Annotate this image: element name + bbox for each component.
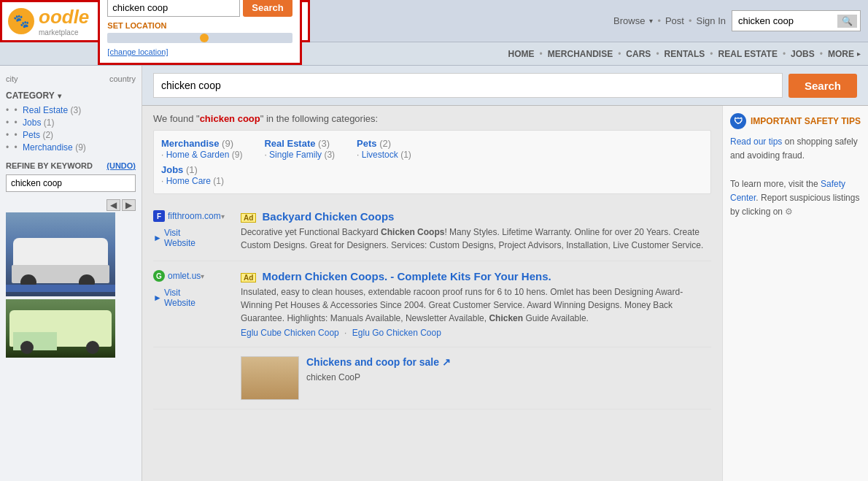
- search-input-overlay[interactable]: [107, 0, 240, 17]
- top-search-button[interactable]: 🔍: [837, 15, 857, 28]
- search-btn-overlay[interactable]: Search: [243, 0, 292, 17]
- safety-text-body: Read our tips on shopping safely and avo…: [730, 135, 861, 219]
- ad-next-button[interactable]: ▶: [122, 199, 136, 211]
- safety-header: 🛡 IMPORTANT SAFETY TIPS: [730, 113, 861, 129]
- ad-badge-2: Ad: [241, 273, 256, 282]
- sidebar: city country CATEGORY ▾ • Real Estate (3…: [0, 66, 142, 481]
- category-merchandise-link[interactable]: Merchandise: [23, 142, 73, 153]
- listing-item: Chickens and coop for sale ↗ chicken Coo…: [153, 347, 711, 409]
- source-arrow-2-icon: ▾: [201, 272, 204, 280]
- safety-shield-icon: 🛡: [730, 113, 746, 129]
- bullet-icon: •: [15, 105, 18, 115]
- cat-count: (1): [44, 118, 55, 128]
- category-real-estate-link[interactable]: Real Estate: [23, 105, 68, 115]
- ad-prev-button[interactable]: ◀: [106, 199, 120, 211]
- listing-item: G omlet.us ▾ ► VisitWebsite Ad Modern Ch…: [153, 261, 711, 347]
- logo-sub: marketplace: [39, 28, 89, 36]
- found-prefix: We found ": [153, 113, 200, 124]
- ad-box: ◀ ▶: [6, 199, 136, 358]
- cat-row-1: Merchandise (9) · Home & Garden (9) Real…: [161, 138, 703, 160]
- country-label: country: [109, 74, 136, 83]
- eglu-go-link[interactable]: Eglu Go Chicken Coop: [352, 328, 441, 338]
- found-suffix: " in the following categories:: [260, 113, 378, 124]
- visit-website-2-link[interactable]: VisitWebsite: [164, 288, 195, 308]
- nav-jobs[interactable]: JOBS: [791, 49, 815, 59]
- listing-links-2: Eglu Cube Chicken Coop · Eglu Go Chicken…: [241, 328, 711, 338]
- change-location-link[interactable]: [change location]: [107, 47, 168, 56]
- safety-title: IMPORTANT SAFETY TIPS: [751, 116, 861, 126]
- cat-pets-count: (2): [379, 138, 391, 149]
- listing-title-3[interactable]: Chickens and coop for sale ↗: [306, 356, 711, 368]
- listing-body-1: Ad Backyard Chicken Coops Decorative yet…: [241, 210, 711, 252]
- cat-count: (3): [70, 105, 81, 115]
- main-area: city country CATEGORY ▾ • Real Estate (3…: [0, 66, 868, 481]
- cat-home-garden-link[interactable]: Home & Garden: [166, 150, 230, 160]
- listing-title-2[interactable]: Ad Modern Chicken Coops. - Complete Kits…: [241, 270, 711, 282]
- listing-source-1: F fifthroom.com ▾ ► VisitWebsite: [153, 210, 241, 252]
- category-pets-link[interactable]: Pets: [23, 130, 40, 140]
- sign-in-link[interactable]: Sign In: [697, 15, 726, 26]
- cat-livestock-link[interactable]: Livestock: [362, 150, 398, 160]
- main-search-button[interactable]: Search: [788, 74, 857, 98]
- list-item: • Pets (2): [6, 130, 136, 140]
- cat-pets-link[interactable]: Pets: [357, 138, 376, 149]
- cat-jobs-group: Jobs (1) · Home Care (1): [161, 164, 224, 186]
- gear-icon: ⚙: [785, 207, 793, 217]
- cat-single-family-count: (3): [322, 150, 335, 160]
- found-query: chicken coop: [200, 113, 260, 124]
- refine-header: REFINE BY KEYWORD (UNDO): [6, 161, 136, 170]
- cat-merchandise-link[interactable]: Merchandise: [161, 138, 219, 149]
- set-location-label: SET LOCATION: [107, 21, 292, 30]
- bullet-icon: •: [15, 118, 18, 128]
- refine-section: REFINE BY KEYWORD (UNDO): [0, 161, 142, 192]
- arrow-right-icon: ►: [153, 233, 162, 243]
- nav-merchandise[interactable]: MERCHANDISE: [548, 49, 613, 59]
- undo-button[interactable]: (UNDO): [106, 161, 136, 170]
- browse-link[interactable]: Browse: [613, 15, 645, 26]
- nav-dot-3: •: [656, 49, 659, 59]
- nav-cars[interactable]: CARS: [626, 49, 651, 59]
- city-label: city: [6, 74, 18, 83]
- post-link[interactable]: Post: [665, 15, 684, 26]
- cat-real-estate-link[interactable]: Real Estate: [264, 138, 315, 149]
- cat-row-2: Jobs (1) · Home Care (1): [161, 164, 703, 186]
- cat-jobs-link[interactable]: Jobs: [161, 164, 183, 175]
- top-search-input[interactable]: [735, 13, 837, 28]
- nav-home[interactable]: HOME: [508, 49, 535, 59]
- cat-count: (2): [42, 130, 53, 140]
- logo-icon: 🐾: [8, 8, 34, 34]
- keyword-input[interactable]: [6, 174, 136, 192]
- cat-home-care-link[interactable]: Home Care: [166, 176, 211, 186]
- safety-panel: 🛡 IMPORTANT SAFETY TIPS Read our tips on…: [722, 106, 868, 481]
- nav-real-estate[interactable]: REAL ESTATE: [718, 49, 778, 59]
- city-country-row: city country: [0, 73, 142, 85]
- main-search-input[interactable]: [153, 73, 783, 98]
- cat-merchandise-count: (9): [222, 138, 233, 149]
- nav-more[interactable]: MORE: [828, 49, 854, 59]
- top-bar: 🐾 oodle marketplace 🔍 Search Search SET …: [0, 0, 868, 42]
- arrow-right-2-icon: ►: [153, 293, 162, 303]
- cat-real-estate-group: Real Estate (3) · Single Family (3): [264, 138, 335, 160]
- category-header[interactable]: CATEGORY ▾: [6, 91, 136, 101]
- safety-read-tips-link[interactable]: Read our tips: [730, 136, 782, 147]
- category-list: • Real Estate (3) • Jobs (1) • Pets (2) …: [6, 105, 136, 153]
- listing-body-2: Ad Modern Chicken Coops. - Complete Kits…: [241, 270, 711, 338]
- cat-real-estate-count: (3): [318, 138, 330, 149]
- listing-desc-3: chicken CooP: [306, 371, 711, 384]
- visit-website-1-link[interactable]: VisitWebsite: [164, 228, 195, 248]
- list-item: • Real Estate (3): [6, 105, 136, 115]
- listing-title-1[interactable]: Ad Backyard Chicken Coops: [241, 210, 711, 223]
- top-nav: Browse ▾ • Post • Sign In: [613, 15, 726, 26]
- category-jobs-link[interactable]: Jobs: [23, 118, 41, 128]
- source-fifthroom-link[interactable]: fifthroom.com: [168, 211, 221, 221]
- browse-arrow-icon: ▾: [649, 17, 653, 25]
- top-right-area: Browse ▾ • Post • Sign In 🔍: [613, 10, 861, 31]
- cat-single-family-link[interactable]: Single Family: [269, 150, 322, 160]
- dot-separator-1: •: [657, 15, 661, 26]
- bullet-icon: •: [15, 130, 18, 140]
- eglu-cube-link[interactable]: Eglu Cube Chicken Coop: [241, 328, 339, 338]
- cat-jobs-count: (1): [186, 164, 198, 175]
- source-arrow-icon: ▾: [221, 212, 225, 220]
- source-omlet-link[interactable]: omlet.us: [168, 271, 201, 281]
- nav-rentals[interactable]: RENTALS: [664, 49, 705, 59]
